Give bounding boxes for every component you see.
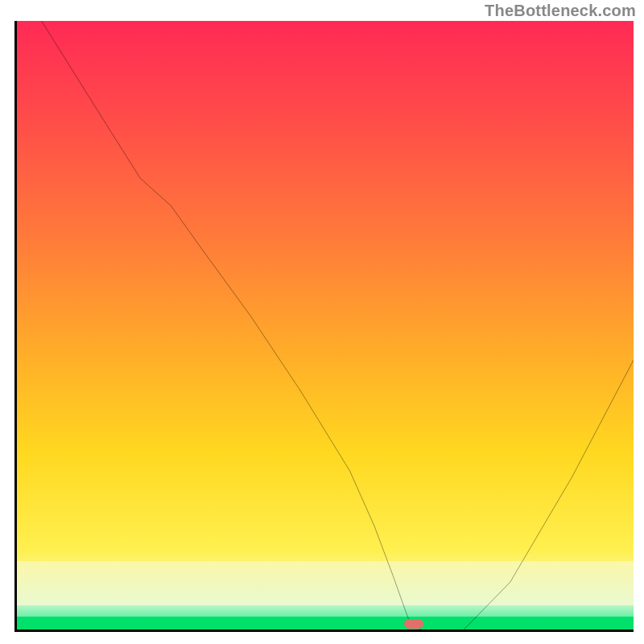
plot-area — [14, 21, 634, 632]
watermark-text: TheBottleneck.com — [485, 2, 636, 20]
bottleneck-marker — [404, 619, 423, 629]
bottleneck-curve — [17, 21, 634, 632]
chart-container: TheBottleneck.com — [0, 0, 644, 644]
